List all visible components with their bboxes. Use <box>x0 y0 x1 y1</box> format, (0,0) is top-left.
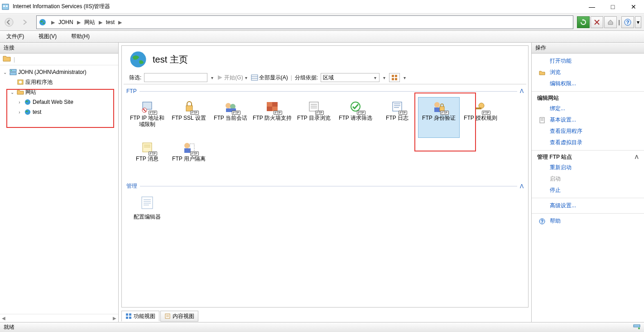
stop-button[interactable] <box>591 16 603 28</box>
ftp-item-4[interactable]: FTPFTP 目录浏览 <box>293 97 335 138</box>
view-options-button[interactable] <box>389 73 400 82</box>
tree-sites[interactable]: ⌄ 网站 <box>0 87 118 97</box>
svg-point-3 <box>5 18 13 26</box>
server-icon <box>9 68 17 76</box>
tree-twisty-icon[interactable]: › <box>16 100 23 105</box>
folder-up-icon[interactable] <box>3 55 11 63</box>
svg-point-69 <box>638 327 640 329</box>
ftp-item-8[interactable]: FTPFTP 授权规则 <box>460 97 501 138</box>
svg-rect-45 <box>143 143 152 152</box>
ftp-item-label: FTP SSL 设置 <box>172 115 206 121</box>
svg-rect-68 <box>634 325 640 327</box>
ftp-icon: FTP <box>180 140 198 155</box>
dropdown-icon[interactable]: ▾ <box>210 75 214 80</box>
tree-sites-label: 网站 <box>25 88 36 96</box>
ftp-item-label: FTP 日志 <box>386 115 409 121</box>
minimize-button[interactable]: — <box>582 0 602 14</box>
action-view-vdir[interactable]: 查看虚拟目录 <box>532 137 644 148</box>
globe-icon <box>24 99 32 105</box>
ftp-item-9[interactable]: FTPFTP 消息 <box>126 138 168 179</box>
ftp-item-3[interactable]: FTPFTP 防火墙支持 <box>251 97 293 138</box>
ftp-item-5[interactable]: FTPFTP 请求筛选 <box>335 97 376 138</box>
help-button[interactable]: ? <box>621 16 634 28</box>
action-browse[interactable]: 浏览 <box>532 67 644 78</box>
tree-app-pools-label: 应用程序池 <box>25 78 53 86</box>
showall-button[interactable]: 全部显示(A) <box>251 74 288 82</box>
tree-twisty-icon[interactable]: ⌄ <box>9 90 15 95</box>
help-drop[interactable]: ▾ <box>635 16 641 28</box>
menu-view[interactable]: 视图(V) <box>36 32 59 41</box>
ftp-item-0[interactable]: FTPFTP IP 地址和域限制 <box>126 97 168 138</box>
filter-input[interactable] <box>144 73 207 82</box>
action-edit-perm[interactable]: 编辑权限... <box>532 78 644 89</box>
chevron-right-icon: ▶ <box>74 20 83 25</box>
action-advanced[interactable]: 高级设置... <box>532 198 644 211</box>
ftp-item-1[interactable]: FTPFTP SSL 设置 <box>168 97 210 138</box>
menubar: 文件(F) 视图(V) 帮助(H) <box>0 31 644 43</box>
forward-button[interactable] <box>18 15 33 29</box>
config-editor-item[interactable]: 配置编辑器 <box>126 193 168 229</box>
tree-app-pools[interactable]: 应用程序池 <box>0 77 118 87</box>
tree-twisty-icon[interactable]: ⌄ <box>2 70 8 75</box>
bottom-tabs: 功能视图 内容视图 <box>121 309 529 322</box>
svg-point-15 <box>25 109 30 115</box>
action-basic-settings[interactable]: 基本设置... <box>532 114 644 126</box>
collapse-icon[interactable]: ᐱ <box>517 88 524 94</box>
svg-rect-57 <box>129 313 131 316</box>
globe-large-icon <box>129 50 147 68</box>
back-button[interactable] <box>2 15 16 29</box>
svg-rect-36 <box>393 102 402 111</box>
breadcrumb-seg-1[interactable]: 网站 <box>83 19 96 26</box>
section-ftp-header[interactable]: FTP ᐱ <box>126 88 524 95</box>
ftp-badge-icon: FTP <box>399 111 407 115</box>
chevron-right-icon: ▶ <box>48 20 58 25</box>
ftp-item-6[interactable]: FTPFTP 日志 <box>376 97 418 138</box>
svg-rect-60 <box>165 314 170 318</box>
tree-root-label: JOHN (JOHN\Administrator) <box>18 69 87 75</box>
action-bindings[interactable]: 绑定... <box>532 103 644 114</box>
refresh-button[interactable] <box>577 16 590 28</box>
group-label: 分组依据: <box>295 74 318 82</box>
ftp-badge-icon: FTP <box>274 111 282 115</box>
action-restart[interactable]: 重新启动 <box>532 162 644 173</box>
separator-icon: | <box>14 56 15 63</box>
breadcrumb-seg-0[interactable]: JOHN <box>58 19 74 25</box>
action-view-apps[interactable]: 查看应用程序 <box>532 126 644 137</box>
filter-label: 筛选: <box>129 74 141 82</box>
svg-rect-56 <box>126 313 128 316</box>
start-button[interactable]: 开始(G) ▾ <box>217 74 248 82</box>
tree-twisty-icon[interactable]: › <box>16 110 23 115</box>
group-select[interactable]: 区域 ▾ <box>321 73 380 82</box>
close-button[interactable]: ✕ <box>623 0 644 14</box>
home-button[interactable] <box>604 16 617 28</box>
svg-point-13 <box>19 81 22 83</box>
breadcrumb-seg-2[interactable]: test <box>105 19 115 25</box>
maximize-button[interactable]: □ <box>602 0 623 14</box>
nav-row: ▶ JOHN ▶ 网站 ▶ test ▶ | ? ▾ <box>0 14 644 31</box>
action-help[interactable]: ? 帮助 <box>532 213 644 227</box>
action-stop[interactable]: 停止 <box>532 185 644 196</box>
tree-site-test[interactable]: › test <box>0 107 118 117</box>
connections-hscroll[interactable]: ◀▶ <box>0 314 118 322</box>
window-title: Internet Information Services (IIS)管理器 <box>11 3 582 10</box>
tab-features[interactable]: 功能视图 <box>121 311 159 322</box>
ftp-icon: FTP <box>346 99 365 114</box>
action-start: 启动 <box>532 173 644 185</box>
menu-help[interactable]: 帮助(H) <box>68 32 92 41</box>
ftp-item-10[interactable]: FTPFTP 用户隔离 <box>168 138 210 179</box>
ftp-icon: FTP <box>388 99 406 114</box>
ftp-item-7[interactable]: FTPFTP 身份验证 <box>418 97 460 138</box>
action-open-feature[interactable]: 打开功能 <box>532 55 644 67</box>
ftp-icon: FTP <box>430 99 448 114</box>
tab-content[interactable]: 内容视图 <box>160 311 198 322</box>
section-mgmt-header[interactable]: 管理 ᐱ <box>126 182 524 191</box>
tree-root[interactable]: ⌄ JOHN (JOHN\Administrator) <box>0 67 118 77</box>
collapse-icon[interactable]: ᐱ <box>635 154 639 160</box>
breadcrumb[interactable]: ▶ JOHN ▶ 网站 ▶ test ▶ <box>36 15 573 29</box>
collapse-icon[interactable]: ᐱ <box>517 183 524 190</box>
svg-rect-22 <box>392 78 394 80</box>
menu-file[interactable]: 文件(F) <box>4 32 27 41</box>
ftp-badge-icon: FTP <box>315 111 324 115</box>
tree-site-default[interactable]: › Default Web Site <box>0 97 118 107</box>
ftp-item-2[interactable]: FTPFTP 当前会话 <box>210 97 251 138</box>
